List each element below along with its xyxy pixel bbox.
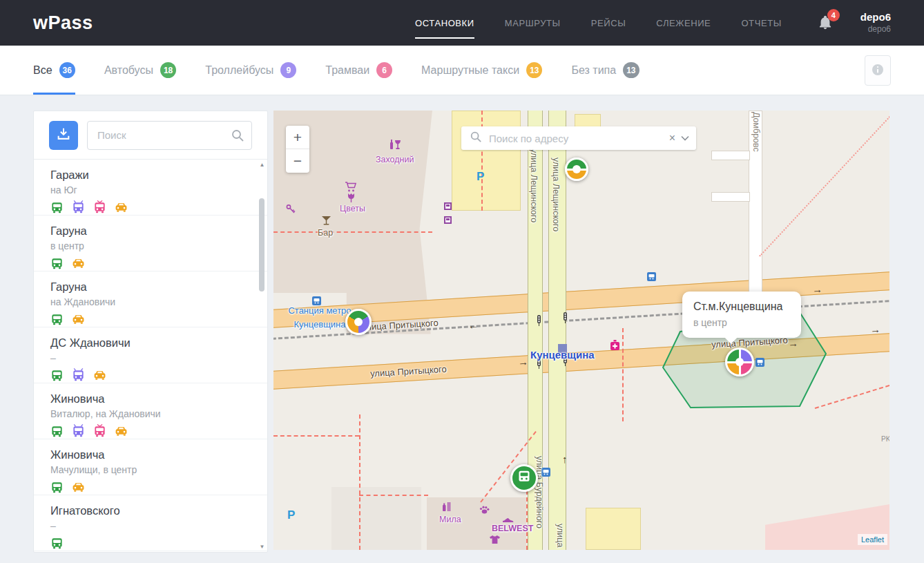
filter-tab-label: Трамваи	[325, 64, 369, 77]
kiosk-icon	[444, 202, 452, 210]
nav-item-label: ОТЧЕТЫ	[741, 18, 781, 28]
nav-item-label: ОСТАНОВКИ	[415, 18, 474, 28]
notification-badge: 4	[827, 9, 840, 21]
nav-item[interactable]: ОТЧЕТЫ	[741, 14, 781, 32]
transit-stop-icon	[647, 271, 656, 284]
nav-item-label: РЕЙСЫ	[591, 18, 626, 28]
stop-list-item[interactable]: Гаруна в центр	[34, 216, 267, 271]
direction-arrow: ↑	[562, 453, 568, 465]
stop-list-item[interactable]: Жиновича Виталюр, на Ждановичи	[34, 383, 267, 439]
paw-icon	[479, 504, 490, 517]
bus-icon	[50, 312, 64, 325]
street-label: Домбровс	[751, 112, 761, 152]
chevron-down-icon[interactable]	[680, 135, 696, 141]
direction-arrow: →	[787, 337, 798, 350]
user-menu[interactable]: depo6 depo6	[860, 10, 891, 35]
parking-label: P	[287, 508, 295, 522]
direction-arrow: →	[869, 323, 880, 336]
main-nav: ОСТАНОВКИМАРШРУТЫРЕЙСЫСЛЕЖЕНИЕОТЧЕТЫ	[415, 14, 782, 32]
direction-arrow: ←	[468, 319, 479, 332]
map-marker[interactable]	[565, 158, 588, 181]
street-label: улица Бурдейного	[535, 456, 544, 528]
nav-item[interactable]: РЕЙСЫ	[591, 14, 626, 32]
count-badge: 36	[59, 62, 75, 78]
nav-item-label: МАРШРУТЫ	[505, 18, 561, 28]
taxi-icon	[72, 480, 85, 493]
filter-tabs: Все 36 Автобусы 18 Троллейбусы 9 Трамваи…	[33, 46, 639, 95]
download-button[interactable]	[49, 121, 78, 150]
scroll-down-icon[interactable]: ▼	[258, 544, 267, 550]
stop-search-input[interactable]	[88, 122, 251, 149]
zoom-in-button[interactable]: +	[286, 126, 309, 149]
transit-stop-icon	[755, 357, 764, 370]
traffic-light-icon	[536, 315, 542, 326]
bar-icon	[322, 216, 331, 228]
filter-tab[interactable]: Без типа 13	[571, 46, 639, 95]
taxi-icon	[93, 368, 106, 381]
stop-vehicle-icons	[50, 368, 251, 381]
map-marker-selected[interactable]	[725, 347, 754, 376]
bell-icon	[818, 21, 833, 33]
scroll-up-icon[interactable]: ▲	[258, 162, 267, 168]
address-search: ×	[461, 126, 696, 150]
user-org: depo6	[860, 24, 891, 35]
zoom-out-button[interactable]: −	[286, 149, 309, 173]
info-button[interactable]	[865, 55, 891, 86]
filter-tab[interactable]: Все 36	[33, 46, 75, 95]
poi-label: Мила	[439, 515, 461, 524]
nav-item[interactable]: ОСТАНОВКИ	[415, 14, 474, 32]
address-search-input[interactable]	[488, 132, 665, 145]
stop-direction: –	[50, 352, 251, 363]
user-name: depo6	[860, 10, 891, 24]
stop-name: Гаруна	[50, 225, 251, 238]
clear-icon[interactable]: ×	[665, 132, 680, 144]
tram-icon	[93, 424, 106, 437]
download-icon	[56, 126, 71, 144]
nav-item[interactable]: МАРШРУТЫ	[505, 14, 561, 32]
filter-tab-label: Все	[33, 64, 52, 77]
filter-tab[interactable]: Трамваи 6	[325, 46, 392, 95]
filter-tab[interactable]: Троллейбусы 9	[205, 46, 296, 95]
count-badge: 13	[623, 62, 639, 78]
stop-list-item[interactable]: Жиновича Мачулищи, в центр	[34, 439, 267, 495]
stop-list-item[interactable]: Игнатовского –	[34, 495, 267, 551]
filter-tab-label: Без типа	[571, 64, 616, 77]
street-label: улица Лещинского	[551, 158, 561, 231]
stop-list-item[interactable]: Гаражи на Юг	[34, 160, 267, 216]
top-navbar: wPass ОСТАНОВКИМАРШРУТЫРЕЙСЫСЛЕЖЕНИЕОТЧЕ…	[0, 0, 924, 46]
count-badge: 6	[376, 62, 392, 78]
bus-icon	[50, 480, 64, 493]
filter-tab[interactable]: Маршрутные такси 13	[421, 46, 542, 95]
scrollbar-thumb[interactable]	[259, 198, 264, 292]
search-icon	[231, 128, 244, 145]
map[interactable]: ← → → → → ↑ Заходний Цветы Бар Мила BELW…	[273, 111, 889, 550]
map-marker[interactable]	[345, 309, 372, 335]
map-attribution[interactable]: Leaflet	[858, 534, 887, 545]
map-popup: Ст.м.Кунцевщина в центр	[682, 292, 801, 338]
street-label: улица	[555, 524, 565, 547]
app-logo[interactable]: wPass	[33, 12, 93, 34]
popup-subtitle: в центр	[693, 317, 790, 328]
filter-tab[interactable]: Автобусы 18	[104, 46, 176, 95]
stop-name: Жиновича	[50, 392, 251, 405]
stop-list: Гаражи на Юг Гаруна в центр Гаруна на Жд…	[34, 160, 267, 552]
stop-vehicle-icons	[50, 536, 251, 549]
stop-list-item[interactable]: ДС Ждановичи –	[34, 327, 267, 383]
nav-item[interactable]: СЛЕЖЕНИЕ	[656, 14, 711, 32]
stop-name: Гаруна	[50, 280, 251, 294]
pki-label: PKI	[881, 435, 889, 443]
count-badge: 9	[280, 62, 296, 78]
stop-list-item[interactable]: Гаруна на Ждановичи	[34, 271, 267, 327]
poi-label: Бар	[318, 228, 333, 238]
notifications-button[interactable]: 4	[818, 15, 833, 31]
bus-icon	[50, 368, 64, 381]
type-filter-bar: Все 36 Автобусы 18 Троллейбусы 9 Трамваи…	[0, 46, 924, 95]
popup-title: Ст.м.Кунцевщина	[693, 300, 790, 313]
poi-label: BELWEST	[492, 524, 533, 533]
bus-icon	[50, 200, 64, 213]
taxi-icon	[115, 424, 128, 437]
taxi-icon	[115, 200, 128, 213]
bus-icon	[517, 470, 531, 486]
street-label: улица Лещинского	[529, 149, 539, 222]
map-marker-bus[interactable]	[510, 464, 538, 492]
